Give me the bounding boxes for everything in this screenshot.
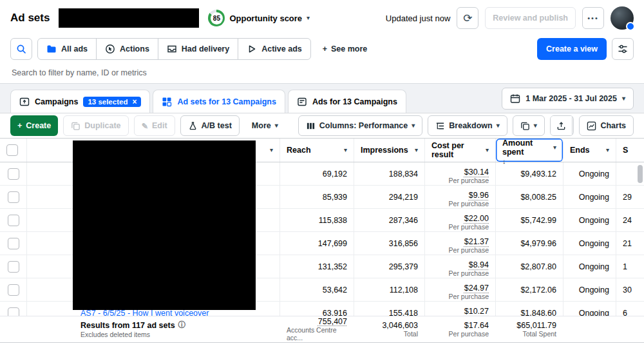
play-icon [247,44,257,54]
sliders-icon [618,44,628,54]
starts-cell: 21 [616,232,644,255]
chevron-down-icon: ▾ [622,95,625,102]
row-checkbox[interactable] [8,191,19,203]
impressions-total-cell: 3,046,603 Total [354,316,425,342]
cost-per-result-cell: $9.96 Per purchase [425,186,496,208]
select-all-checkbox[interactable] [6,144,18,156]
review-publish-button[interactable]: Review and publish [485,7,576,29]
search-filter-row [0,62,644,84]
campaigns-icon [19,97,30,107]
refresh-icon: ⟳ [463,13,472,24]
ends-cell: Ongoing [564,232,616,255]
impressions-cell: 295,379 [354,255,425,278]
row-checkbox[interactable] [8,215,19,226]
cost-per-result-cell: $24.97 Per purchase [425,278,496,301]
refresh-button[interactable]: ⟳ [457,7,478,29]
ends-column-header[interactable]: Ends ▾ [564,139,616,162]
ads-page-icon [297,97,307,107]
page-title: Ad sets [10,12,50,24]
cursor-circle-icon [105,44,115,54]
duplicate-button[interactable]: Duplicate [63,115,128,136]
row-checkbox[interactable] [8,284,19,296]
beaker-icon [188,121,198,131]
columns-icon [306,121,316,131]
tab-ads[interactable]: Ads for 13 Campaigns [288,90,406,113]
filter-had-delivery[interactable]: Had delivery [158,38,238,60]
ab-test-button[interactable]: A/B test [180,115,240,136]
cost-per-result-column-header[interactable]: Cost per result ▾ [425,139,496,162]
calendar-icon [510,93,520,104]
chevron-down-icon: ▾ [415,147,418,153]
date-range-button[interactable]: 1 Mar 2025 - 31 Jul 2025 ▾ [502,88,634,110]
starts-cell: 30 [616,278,644,301]
create-button[interactable]: + Create [10,115,58,136]
amount-spent-column-header[interactable]: Amount spent ▾ ↓ [496,139,564,162]
chart-icon [587,121,596,131]
reach-cell: 147,699 [280,232,354,255]
charts-button[interactable]: Charts [579,115,634,136]
filter-active-ads[interactable]: Active ads [238,38,311,60]
ads-manager-app: Ad sets 85 Opportunity score ▾ Updated j… [0,0,644,348]
row-checkbox[interactable] [8,261,19,273]
row-checkbox[interactable] [8,168,19,180]
export-button[interactable] [551,116,572,135]
rules-button[interactable]: ▾ [513,115,545,136]
search-input[interactable] [12,68,632,77]
filter-actions[interactable]: Actions [96,38,158,60]
clear-selection-icon[interactable]: × [132,98,137,106]
chevron-down-icon: ▾ [270,147,273,153]
chevron-down-icon: ▾ [412,122,415,129]
filter-all-ads[interactable]: All ads [37,38,97,60]
avatar[interactable] [611,6,634,30]
chevron-down-icon: ▾ [307,15,310,21]
impressions-cell: 188,834 [354,162,425,185]
breakdown-button[interactable]: Breakdown ▾ [428,115,507,136]
impressions-cell: 287,346 [354,209,425,231]
cost-per-result-cell: $30.14 Per purchase [425,162,496,185]
reach-column-header[interactable]: Reach ▾ [280,139,354,162]
chevron-down-icon: ▾ [275,122,278,129]
more-button[interactable]: More ▾ [245,115,285,136]
action-toolbar: + Create Duplicate ✎ Edit A/B test More … [0,113,644,138]
amount-spent-cell: $2,807.80 [496,255,564,278]
ends-cell: Ongoing [564,278,616,301]
avatar-badge [626,22,635,31]
reach-cell: 69,192 [280,162,354,185]
columns-button[interactable]: Columns: Performance ▾ [298,115,423,136]
filter-settings-button[interactable] [612,38,634,60]
info-icon[interactable]: ⓘ [178,320,186,331]
tab-ad-sets[interactable]: Ad sets for 13 Campaigns [153,90,285,113]
cost-per-result-cell: $21.37 Per purchase [425,232,496,255]
chevron-down-icon: ▾ [497,122,500,129]
plus-icon: + [323,44,327,53]
export-options-button[interactable]: ▾ [572,116,574,135]
create-view-button[interactable]: Create a view [537,38,607,60]
opportunity-score-dropdown[interactable]: 85 Opportunity score ▾ [208,10,310,26]
row-checkbox[interactable] [8,238,19,249]
plus-icon: + [17,121,22,130]
amount-spent-cell: $8,008.25 [496,186,564,208]
ellipsis-icon: ••• [587,14,599,22]
copy-icon [71,121,80,131]
pencil-icon: ✎ [142,121,148,131]
more-options-button[interactable]: ••• [582,7,604,29]
edit-button[interactable]: ✎ Edit [134,115,175,136]
tab-campaigns[interactable]: Campaigns 13 selected × [10,90,150,113]
search-button[interactable] [10,38,32,60]
results-summary: Results from 117 ad sets ⓘ Excludes dele… [27,316,280,342]
filter-segments: All ads Actions Had delivery [37,38,311,60]
chevron-down-icon: ▾ [606,147,609,153]
see-more-button[interactable]: + See more [316,44,374,53]
ends-cell: Ongoing [564,186,616,208]
vertical-scrollbar[interactable] [638,165,643,183]
redacted-adset-names [73,140,256,310]
cost-total-cell: $17.64 Per purchase [425,316,496,342]
reach-cell: 53,642 [280,278,354,301]
starts-column-header[interactable]: S [616,139,644,162]
search-icon [16,44,26,54]
impressions-column-header[interactable]: Impressions ▾ [354,139,425,162]
folder-icon [46,44,57,54]
impressions-cell: 294,219 [354,186,425,208]
ends-cell: Ongoing [564,255,616,278]
selected-count-badge: 13 selected × [83,97,141,107]
